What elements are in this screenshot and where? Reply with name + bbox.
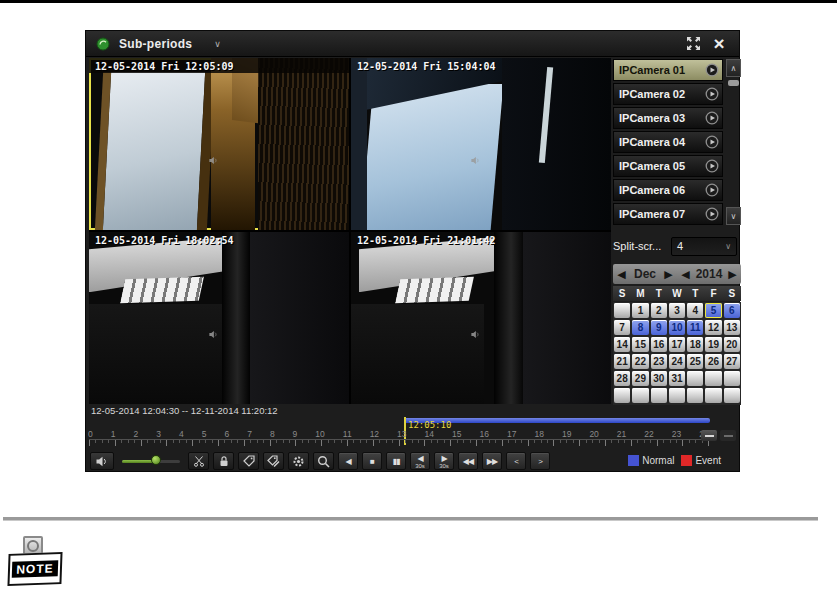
calendar-day-cell[interactable]: 25: [687, 354, 703, 369]
camera-list-item[interactable]: IPCamera 03: [613, 107, 723, 129]
video-frame-art: [502, 58, 611, 230]
chevron-down-icon[interactable]: ∨: [214, 39, 221, 49]
calendar-day-cell[interactable]: [669, 388, 685, 403]
camera-play-icon[interactable]: [705, 135, 719, 149]
calendar-day-cell[interactable]: 11: [687, 320, 703, 335]
fullscreen-button[interactable]: [680, 34, 706, 54]
calendar-day-cell[interactable]: 17: [669, 337, 685, 352]
calendar-day-cell[interactable]: 2: [651, 303, 667, 318]
timeline[interactable]: 12-05-2014 12:04:30 -- 12-11-2014 11:20:…: [86, 405, 741, 449]
stop-button[interactable]: ■: [362, 452, 382, 470]
calendar-day-cell[interactable]: 4: [687, 303, 703, 318]
calendar-day-cell[interactable]: [705, 388, 721, 403]
add-default-tag-button[interactable]: [238, 452, 259, 470]
camera-play-icon[interactable]: [705, 87, 719, 101]
calendar-day-cell[interactable]: 20: [724, 337, 740, 352]
calendar-day-cell[interactable]: 30: [651, 371, 667, 386]
calendar-day-cell[interactable]: 13: [724, 320, 740, 335]
calendar-day-cell[interactable]: 7: [614, 320, 630, 335]
camera-list-scrollbar[interactable]: ∧ ∨: [726, 59, 741, 225]
calendar-day-cell[interactable]: [632, 388, 648, 403]
camera-play-icon[interactable]: [705, 111, 719, 125]
calendar-day-cell[interactable]: 19: [705, 337, 721, 352]
transport-sub-label: 30s: [439, 463, 449, 469]
calendar-day-cell[interactable]: 5: [705, 303, 721, 318]
previous-file-button[interactable]: <: [506, 452, 526, 470]
calendar-day-cell[interactable]: 1: [632, 303, 648, 318]
calendar-day-cell[interactable]: [724, 371, 740, 386]
next-file-button[interactable]: >: [530, 452, 550, 470]
camera-play-icon[interactable]: [705, 207, 719, 221]
playback-window: Sub-periods ∨ × 12-05-2014 Fri 12:05:09: [85, 30, 740, 472]
calendar-day-cell[interactable]: [687, 371, 703, 386]
calendar-day-cell[interactable]: [614, 303, 630, 318]
fast-forward-button[interactable]: ▶▶: [482, 452, 502, 470]
scroll-up-button[interactable]: ∧: [726, 59, 741, 77]
next-year-button[interactable]: ▶: [724, 268, 741, 281]
prev-month-button[interactable]: ◀: [613, 268, 630, 281]
calendar-day-cell[interactable]: [705, 371, 721, 386]
step-forward-30s-button[interactable]: ▶ 30s: [434, 452, 454, 470]
calendar-day-cell[interactable]: 15: [632, 337, 648, 352]
timeline-zoom-out-button[interactable]: [701, 430, 717, 441]
scrollbar-thumb[interactable]: [728, 80, 739, 86]
lock-file-button[interactable]: [213, 452, 234, 470]
video-pane[interactable]: 12-05-2014 Fri 12:05:09: [89, 58, 349, 230]
calendar-day-cell[interactable]: 26: [705, 354, 721, 369]
pause-button[interactable]: ▮▮: [386, 452, 406, 470]
calendar-day-cell[interactable]: 16: [651, 337, 667, 352]
calendar-day-cell[interactable]: 8: [632, 320, 648, 335]
calendar-day-cell[interactable]: 9: [651, 320, 667, 335]
calendar-day-cell[interactable]: 24: [669, 354, 685, 369]
calendar-day-cell[interactable]: [687, 388, 703, 403]
camera-list-item[interactable]: IPCamera 05: [613, 155, 723, 177]
clip-button[interactable]: [188, 452, 209, 470]
camera-play-icon[interactable]: [705, 159, 719, 173]
calendar-day-cell[interactable]: 22: [632, 354, 648, 369]
camera-list-item[interactable]: IPCamera 01: [613, 59, 723, 81]
tag-management-button[interactable]: [288, 452, 309, 470]
video-pane[interactable]: 12-05-2014 Fri 21:01:42: [351, 232, 611, 404]
calendar-day-cell[interactable]: [724, 388, 740, 403]
volume-fill: [122, 460, 154, 463]
calendar-day-cell[interactable]: 6: [724, 303, 740, 318]
volume-slider[interactable]: [122, 452, 180, 470]
split-screen-select[interactable]: 4 ∨: [671, 237, 737, 256]
calendar-day-cell[interactable]: 3: [669, 303, 685, 318]
calendar-day-cell[interactable]: 12: [705, 320, 721, 335]
video-pane[interactable]: 12-05-2014 Fri 15:04:04: [351, 58, 611, 230]
calendar-day-cell[interactable]: 29: [632, 371, 648, 386]
calendar-day-cell[interactable]: 10: [669, 320, 685, 335]
smart-search-button[interactable]: [313, 452, 334, 470]
add-custom-tag-button[interactable]: [263, 452, 284, 470]
scroll-down-button[interactable]: ∨: [726, 207, 741, 225]
camera-list-item[interactable]: IPCamera 06: [613, 179, 723, 201]
playback-mode-label[interactable]: Sub-periods: [119, 37, 192, 51]
step-back-30s-button[interactable]: ◀ 30s: [410, 452, 430, 470]
reverse-play-button[interactable]: ◀: [338, 452, 358, 470]
calendar-day-cell[interactable]: 27: [724, 354, 740, 369]
calendar-day-cell[interactable]: 23: [651, 354, 667, 369]
camera-list-item[interactable]: IPCamera 07: [613, 203, 723, 225]
next-month-button[interactable]: ▶: [660, 268, 677, 281]
calendar-day-cell[interactable]: 31: [669, 371, 685, 386]
camera-list-item[interactable]: IPCamera 02: [613, 83, 723, 105]
prev-year-button[interactable]: ◀: [677, 268, 694, 281]
calendar-day-cell[interactable]: 28: [614, 371, 630, 386]
transport-glyph: ▶▶: [487, 457, 497, 466]
video-frame-art: [250, 232, 349, 404]
camera-play-icon[interactable]: [705, 183, 719, 197]
calendar-day-cell[interactable]: 21: [614, 354, 630, 369]
camera-list-item[interactable]: IPCamera 04: [613, 131, 723, 153]
volume-thumb[interactable]: [151, 455, 161, 465]
timeline-zoom-in-button[interactable]: [720, 430, 736, 441]
close-button[interactable]: ×: [706, 34, 732, 54]
camera-play-icon[interactable]: [705, 63, 719, 77]
mute-button[interactable]: [90, 452, 114, 470]
calendar-day-cell[interactable]: [651, 388, 667, 403]
video-pane[interactable]: 12-05-2014 Fri 18:02:54: [89, 232, 349, 404]
calendar-day-cell[interactable]: [614, 388, 630, 403]
rewind-button[interactable]: ◀◀: [458, 452, 478, 470]
calendar-day-cell[interactable]: 18: [687, 337, 703, 352]
calendar-day-cell[interactable]: 14: [614, 337, 630, 352]
